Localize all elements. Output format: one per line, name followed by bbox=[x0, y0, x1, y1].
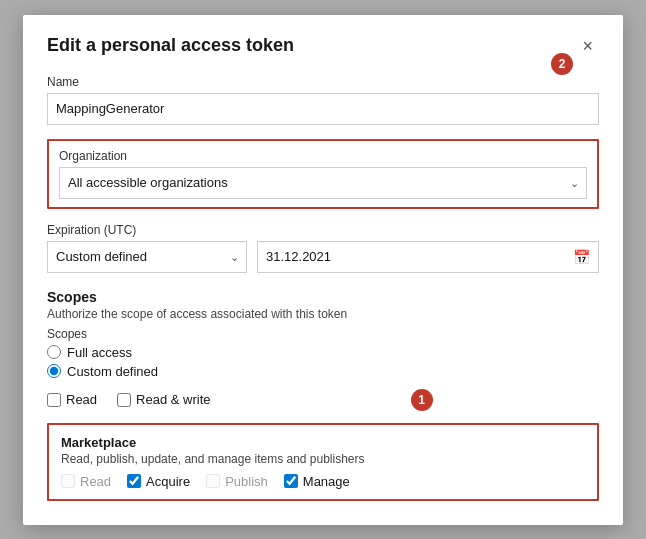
marketplace-acquire-checkbox[interactable] bbox=[127, 474, 141, 488]
marketplace-acquire-item[interactable]: Acquire bbox=[127, 474, 190, 489]
full-access-radio[interactable] bbox=[47, 345, 61, 359]
marketplace-read-label: Read bbox=[80, 474, 111, 489]
close-button[interactable]: × bbox=[576, 35, 599, 57]
custom-defined-label: Custom defined bbox=[67, 364, 158, 379]
organization-label: Organization bbox=[59, 149, 587, 163]
modal-title: Edit a personal access token bbox=[47, 35, 294, 56]
scopes-section: Scopes Authorize the scope of access ass… bbox=[47, 289, 599, 411]
marketplace-section: Marketplace Read, publish, update, and m… bbox=[47, 423, 599, 501]
marketplace-publish-label: Publish bbox=[225, 474, 268, 489]
marketplace-read-item: Read bbox=[61, 474, 111, 489]
full-access-label: Full access bbox=[67, 345, 132, 360]
expiration-label: Expiration (UTC) bbox=[47, 223, 599, 237]
scope-permissions-row: Read Read & write 1 bbox=[47, 389, 599, 411]
marketplace-title: Marketplace bbox=[61, 435, 585, 450]
expiration-select[interactable]: Custom defined bbox=[47, 241, 247, 273]
read-checkbox[interactable] bbox=[47, 393, 61, 407]
expiration-dropdown-wrapper: Custom defined ⌄ bbox=[47, 241, 247, 273]
read-write-checkbox[interactable] bbox=[117, 393, 131, 407]
read-checkbox-item[interactable]: Read bbox=[47, 392, 97, 407]
marketplace-read-checkbox bbox=[61, 474, 75, 488]
expiration-row: Custom defined ⌄ 31.12.2021 📅 bbox=[47, 241, 599, 273]
marketplace-acquire-label: Acquire bbox=[146, 474, 190, 489]
organization-select[interactable]: All accessible organizations bbox=[59, 167, 587, 199]
marketplace-manage-checkbox[interactable] bbox=[284, 474, 298, 488]
scopes-label: Scopes bbox=[47, 327, 599, 341]
expiration-field-group: Expiration (UTC) Custom defined ⌄ 31.12.… bbox=[47, 223, 599, 273]
custom-defined-radio[interactable] bbox=[47, 364, 61, 378]
organization-select-wrapper: All accessible organizations ⌄ bbox=[59, 167, 587, 199]
expiration-date-text: 31.12.2021 bbox=[266, 249, 567, 264]
marketplace-permissions: Read Acquire Publish Manage bbox=[61, 474, 585, 489]
badge-2: 2 bbox=[551, 53, 573, 75]
modal: 2 Edit a personal access token × Name Or… bbox=[23, 15, 623, 525]
marketplace-publish-item: Publish bbox=[206, 474, 268, 489]
marketplace-description: Read, publish, update, and manage items … bbox=[61, 452, 585, 466]
marketplace-publish-checkbox bbox=[206, 474, 220, 488]
modal-header: Edit a personal access token × bbox=[47, 35, 599, 57]
expiration-date-wrapper[interactable]: 31.12.2021 📅 bbox=[257, 241, 599, 273]
name-field-group: Name bbox=[47, 75, 599, 125]
read-write-label: Read & write bbox=[136, 392, 210, 407]
read-write-checkbox-item[interactable]: Read & write bbox=[117, 392, 210, 407]
expiration-select-wrapper: Custom defined ⌄ bbox=[47, 241, 247, 273]
scopes-description: Authorize the scope of access associated… bbox=[47, 307, 599, 321]
name-input[interactable] bbox=[47, 93, 599, 125]
scopes-title: Scopes bbox=[47, 289, 599, 305]
name-label: Name bbox=[47, 75, 599, 89]
organization-section: Organization All accessible organization… bbox=[47, 139, 599, 209]
scopes-radio-group: Full access Custom defined bbox=[47, 345, 599, 379]
read-label: Read bbox=[66, 392, 97, 407]
full-access-radio-item[interactable]: Full access bbox=[47, 345, 599, 360]
custom-defined-radio-item[interactable]: Custom defined bbox=[47, 364, 599, 379]
marketplace-manage-label: Manage bbox=[303, 474, 350, 489]
badge-1: 1 bbox=[411, 389, 433, 411]
marketplace-manage-item[interactable]: Manage bbox=[284, 474, 350, 489]
calendar-icon[interactable]: 📅 bbox=[573, 249, 590, 265]
modal-overlay: 2 Edit a personal access token × Name Or… bbox=[0, 0, 646, 539]
